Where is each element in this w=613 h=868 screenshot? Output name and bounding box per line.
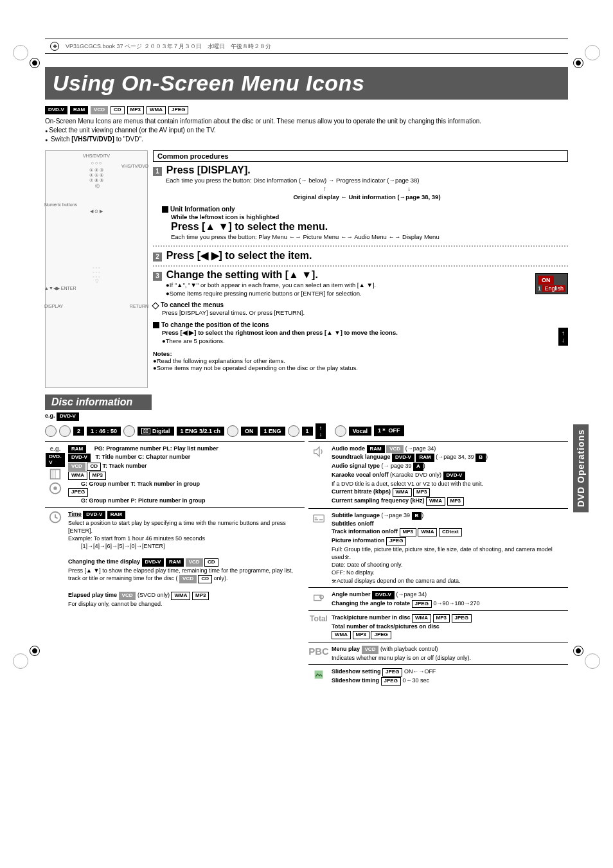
remote-diagram: VHS/DVD/TV ○ ○ ○ ① ② ③④ ⑤ ⑥⑦ ⑧ ⑨ ⓪ Numer… xyxy=(45,150,148,388)
svg-rect-4 xyxy=(314,515,324,522)
osd-seg-time: 1 : 46 : 50 xyxy=(87,427,121,436)
svg-point-6 xyxy=(320,595,324,599)
cell-total-info: Total Track/picture number in disc WMA M… xyxy=(308,610,568,642)
osd-icon-angle xyxy=(288,425,299,437)
page-title: Using On-Screen Menu Icons xyxy=(45,67,568,100)
osd-seg-sub-lang: 1 ENG xyxy=(260,427,285,436)
osd-vocal-val: 1＊ OFF xyxy=(374,425,404,436)
osd-seg-title: 2 xyxy=(73,427,84,436)
changepos-sub: There are 5 positions. xyxy=(166,337,225,344)
osd-icon-audio xyxy=(123,425,135,437)
step-3-b2: Some items require pressing numeric butt… xyxy=(170,290,362,297)
osd-icon-vocal xyxy=(335,425,346,437)
step-1-number: 1 xyxy=(153,167,162,176)
step-3-b1: If "▲", "▼" or both appear in each frame… xyxy=(170,281,376,288)
step-3-number: 3 xyxy=(153,272,162,281)
disc-info-heading: Disc information xyxy=(45,394,152,410)
osd-seg-audio2: 1 ENG 3/2.1 ch xyxy=(177,427,225,436)
cancel-hd: To cancel the menus xyxy=(161,301,224,308)
osd-icon-title xyxy=(45,425,57,437)
step-2-number: 2 xyxy=(153,252,162,261)
changepos-line: Press [◀ ▶] to select the rightmost icon… xyxy=(162,328,568,337)
intro-text: On-Screen Menu Icons are menus that cont… xyxy=(45,117,568,144)
cell-slideshow-info: Slideshow setting JPEG ON←→OFF Slideshow… xyxy=(308,664,568,688)
common-procedures-heading: Common procedures xyxy=(153,150,568,162)
step-1-line-1: Each time you press the button: Disc inf… xyxy=(166,176,568,184)
cell-subtitle-info: Subtitle language (→page 39 B) Subtitles… xyxy=(308,508,568,587)
unitinfo-hd: Unit Information only xyxy=(170,206,235,213)
step-1-line-2: Original display ← Unit information (→pa… xyxy=(166,193,568,201)
label-display: DISPLAY xyxy=(44,304,63,308)
unitinfo-line: Each time you press the button: Play Men… xyxy=(171,233,568,241)
svg-point-2 xyxy=(53,486,57,490)
badge-vcd: VCD xyxy=(91,106,108,114)
osd-vocal-label: Vocal xyxy=(349,427,371,436)
intro-line-2: Select the unit viewing channel (or the … xyxy=(49,127,215,134)
cell-time-info: Time DVD-V RAM Select a position to star… xyxy=(45,507,305,610)
changepos-hd: To change the position of the icons xyxy=(161,321,269,328)
badge-cd: CD xyxy=(111,106,125,114)
intro-line-1: On-Screen Menu Icons are menus that cont… xyxy=(45,117,568,126)
badge-wma: WMA xyxy=(147,106,166,114)
notes-hd: Notes: xyxy=(153,350,172,357)
label-return: RETURN xyxy=(130,304,148,308)
remote-heading: VHS/DVD/TV xyxy=(48,154,145,158)
osd-icon-time xyxy=(59,425,71,437)
badge-dvd-v: DVD-V xyxy=(45,106,67,114)
label-numeric: Numeric buttons xyxy=(44,202,77,207)
step-3-heading: Change the setting with [▲ ▼]. xyxy=(166,269,318,280)
osd-seg-audio: ▯▯ Digital xyxy=(138,427,174,436)
notes-b: Some items may not be operated depending… xyxy=(157,364,358,371)
notes-a: Read the following explanations for othe… xyxy=(157,357,285,364)
badge-mp3: MP3 xyxy=(127,106,144,114)
label-vhs-tv-dvd: VHS/TV/DVD xyxy=(121,164,148,168)
cancel-body: Press [DISPLAY] several times. Or press … xyxy=(162,308,568,317)
supported-formats: DVD-V RAM VCD CD MP3 WMA JPEG xyxy=(45,106,568,114)
intro-line-3c: to "DVD". xyxy=(114,136,143,143)
badge-ram: RAM xyxy=(70,106,88,114)
book-icon: ❖ xyxy=(50,42,59,51)
cell-pbc-info: PBC Menu play VCD (with playback control… xyxy=(308,642,568,664)
intro-line-3a: Switch xyxy=(51,136,71,143)
unitinfo-sub: While the leftmost icon is highlighted xyxy=(171,213,568,221)
badge-jpeg: JPEG xyxy=(168,106,188,114)
osd-icon-subtitle xyxy=(227,425,238,437)
step-2-heading: Press [◀ ▶] to select the item. xyxy=(166,250,312,261)
osd-on: ON xyxy=(538,276,555,285)
eg-badge: DVD-V xyxy=(57,412,79,421)
osd-seg-angle: 1 xyxy=(302,427,313,436)
cell-audio-info: Audio mode RAM VCD (→page 34) Soundtrack… xyxy=(308,441,568,508)
label-enter: ▲▼◀▶ ENTER xyxy=(44,286,76,291)
unitinfo-head: Press [▲ ▼] to select the menu. xyxy=(171,221,568,233)
step-1-heading: Press [DISPLAY]. xyxy=(166,164,251,175)
intro-line-3b: [VHS/TV/DVD] xyxy=(71,136,114,143)
osd-lang: English xyxy=(542,285,565,292)
osd-seg-move: ↑↓ xyxy=(315,423,326,439)
doc-filename: VP31GCGCS.book 37 ページ ２００３年７月３０日 水曜日 午後８… xyxy=(66,42,271,51)
cell-title-info: e.g. DVD-V RAM PG: Programme number PL: … xyxy=(45,441,305,507)
osd-example: 2 1 : 46 : 50 ▯▯ Digital 1 ENG 3/2.1 ch … xyxy=(45,423,568,439)
cell-angle-info: Angle number DVD-V (→page 34) Changing t… xyxy=(308,587,568,611)
side-tab: DVD Operations xyxy=(573,424,589,512)
doc-header: ❖ VP31GCGCS.book 37 ページ ２００３年７月３０日 水曜日 午… xyxy=(45,39,568,54)
eg-label: e.g. xyxy=(45,412,55,419)
osd-seg-sub-on: ON xyxy=(241,427,258,436)
